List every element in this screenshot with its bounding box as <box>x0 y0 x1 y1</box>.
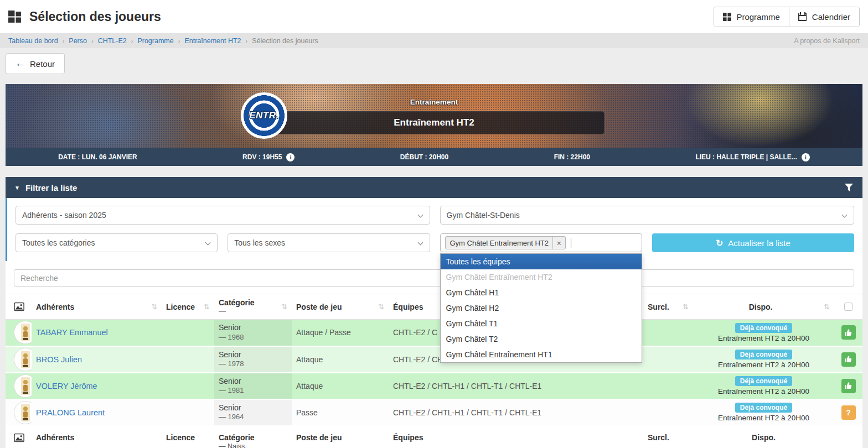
status-badge: Déjà convoqué <box>735 376 792 386</box>
footer-licence: Licence <box>162 426 214 448</box>
search-row <box>6 261 862 294</box>
availability-unknown-button[interactable]: ? <box>841 405 856 420</box>
topbar: Sélection des joueurs Programme Calendri… <box>0 0 868 33</box>
app-grid-icon <box>8 10 22 24</box>
sort-icon[interactable]: ⇅ <box>824 303 830 311</box>
sex-select[interactable]: Tous les sexes <box>228 233 430 252</box>
team-option-all[interactable]: Toutes les équipes <box>441 254 642 269</box>
breadcrumb-perso[interactable]: Perso <box>69 37 87 45</box>
event-start: DÉBUT : 20H00 <box>400 153 448 161</box>
sort-icon[interactable]: ⇅ <box>281 303 287 311</box>
back-arrow-icon: ← <box>16 58 25 69</box>
player-name-link[interactable]: BROS Julien <box>36 355 82 364</box>
grid-icon <box>723 13 731 21</box>
table-footer-row: Adhérents Licence Catégorie— Naiss. Post… <box>6 426 862 448</box>
sort-icon[interactable]: ⇅ <box>683 303 689 311</box>
players-card: ▼ Filtrer la liste Adhérents - saison 20… <box>6 177 862 448</box>
about-kalisport-link[interactable]: A propos de Kalisport <box>794 37 860 45</box>
filter-panel-title: Filtrer la liste <box>25 183 77 192</box>
event-type-logo: ENTR. <box>241 92 287 139</box>
event-title-box: Entraînement HT2 <box>264 111 604 134</box>
sort-icon[interactable]: ⇅ <box>151 303 157 311</box>
programme-button[interactable]: Programme <box>714 7 788 27</box>
chevron-down-icon <box>417 240 423 246</box>
footer-equipes: Équipes <box>389 426 643 448</box>
club-select[interactable]: Gym Châtel-St-Denis <box>440 206 855 225</box>
footer-dispo: Dispo. <box>693 426 834 448</box>
breadcrumb: Tableau de bord › Perso › CHTL-E2 › Prog… <box>0 33 868 48</box>
info-icon[interactable]: i <box>286 153 294 162</box>
select-all-checkbox[interactable] <box>844 303 852 311</box>
col-header-dispo[interactable]: Dispo.⇅ <box>693 294 834 320</box>
status-badge: Déjà convoqué <box>735 350 792 360</box>
table-row: PRALONG Laurent Senior— 1964 Passe CHTL-… <box>6 399 862 426</box>
player-name-link[interactable]: VOLERY Jérôme <box>36 382 97 390</box>
remove-tag-icon[interactable]: × <box>552 237 565 249</box>
picture-icon <box>14 433 27 442</box>
status-badge: Déjà convoqué <box>735 323 792 333</box>
filter-panel-header[interactable]: ▼ Filtrer la liste <box>6 177 862 198</box>
sort-icon[interactable]: ⇅ <box>204 303 210 311</box>
team-option-disabled: Gym Châtel Entraînement HT2 <box>441 269 642 285</box>
team-dropdown-menu: Toutes les équipes Gym Châtel Entraîneme… <box>440 253 642 363</box>
event-infobar: DATE : LUN. 06 JANVIER RDV : 19H55 i DÉB… <box>6 148 862 166</box>
team-option[interactable]: Gym Châtel T1 <box>441 316 642 331</box>
picture-icon <box>14 302 27 311</box>
event-end: FIN : 22H00 <box>554 153 590 161</box>
breadcrumb-programme[interactable]: Programme <box>137 37 173 45</box>
refresh-list-button[interactable]: ↻ Actualiser la liste <box>652 233 854 252</box>
col-header-categorie[interactable]: Catégorie—⇅ <box>214 294 292 320</box>
chevron-down-icon <box>417 212 423 218</box>
table-header-row: Adhérents⇅ Licence⇅ Catégorie—⇅ Poste de… <box>6 294 862 320</box>
event-date: DATE : LUN. 06 JANVIER <box>58 153 137 161</box>
category-select[interactable]: Toutes les catégories <box>16 233 218 252</box>
season-select[interactable]: Adhérents - saison 2025 <box>16 206 430 225</box>
col-header-surcl[interactable]: Surcl.⇅ <box>643 294 693 320</box>
collapse-caret-icon: ▼ <box>14 185 20 191</box>
filter-funnel-icon[interactable] <box>844 184 854 192</box>
table-row: BROS Julien Senior— 1978 Attaque CHTL-E2… <box>6 346 862 373</box>
event-rdv: RDV : 19H55 i <box>242 153 294 162</box>
calendar-icon <box>798 12 807 21</box>
col-header-poste[interactable]: Poste de jeu⇅ <box>292 294 389 320</box>
player-name-link[interactable]: PRALONG Laurent <box>36 408 105 417</box>
team-option[interactable]: Gym Châtel H2 <box>441 300 642 316</box>
availability-yes-button[interactable] <box>841 325 856 340</box>
page-content: ← Retour ENTR. Entraînement Entraînement… <box>0 48 868 448</box>
availability-yes-button[interactable] <box>841 352 856 367</box>
footer-adherents: Adhérents <box>32 426 162 448</box>
player-name-link[interactable]: TABARY Emmanuel <box>36 328 108 337</box>
team-option[interactable]: Gym Châtel T2 <box>441 331 642 347</box>
footer-categorie: Catégorie— Naiss. <box>214 426 292 448</box>
team-multiselect-input[interactable]: Gym Châtel Entraînement HT2 × <box>440 233 642 252</box>
sort-icon[interactable]: ⇅ <box>378 303 384 311</box>
event-banner: ENTR. Entraînement Entraînement HT2 DATE… <box>6 84 862 166</box>
refresh-icon: ↻ <box>716 238 723 248</box>
page-title: Sélection des joueurs <box>29 9 161 24</box>
availability-yes-button[interactable] <box>841 379 856 393</box>
footer-surcl: Surcl. <box>643 426 693 448</box>
breadcrumb-current: Sélection des joueurs <box>252 37 318 45</box>
calendrier-button[interactable]: Calendrier <box>789 7 859 27</box>
col-header-licence[interactable]: Licence⇅ <box>162 294 214 320</box>
search-input[interactable] <box>14 269 854 286</box>
chevron-down-icon <box>205 240 211 246</box>
filter-panel-body: Adhérents - saison 2025 Gym Châtel-St-De… <box>6 198 862 261</box>
back-button[interactable]: ← Retour <box>6 53 65 74</box>
info-icon[interactable]: i <box>802 153 810 162</box>
chevron-down-icon <box>842 212 848 218</box>
event-title: Entraînement HT2 <box>394 117 474 128</box>
page-title-wrap: Sélection des joueurs <box>8 9 161 24</box>
event-type-label: Entraînement <box>410 98 458 106</box>
table-row: TABARY Emmanuel Senior— 1968 Attaque / P… <box>6 320 862 346</box>
breadcrumb-dashboard[interactable]: Tableau de bord <box>8 37 58 45</box>
event-place: LIEU : HALLE TRIPLE | SALLE... i <box>695 153 809 162</box>
col-header-adherents[interactable]: Adhérents⇅ <box>32 294 162 320</box>
team-option[interactable]: Gym Châtel H1 <box>441 285 642 300</box>
breadcrumb-event[interactable]: Entraînement HT2 <box>184 37 241 45</box>
players-table: Adhérents⇅ Licence⇅ Catégorie—⇅ Poste de… <box>6 294 862 448</box>
text-cursor <box>571 238 571 248</box>
table-row: VOLERY Jérôme Senior— 1981 Attaque CHTL-… <box>6 373 862 399</box>
breadcrumb-team[interactable]: CHTL-E2 <box>98 37 127 45</box>
team-option[interactable]: Gym Châtel Entraînement HT1 <box>441 347 642 362</box>
